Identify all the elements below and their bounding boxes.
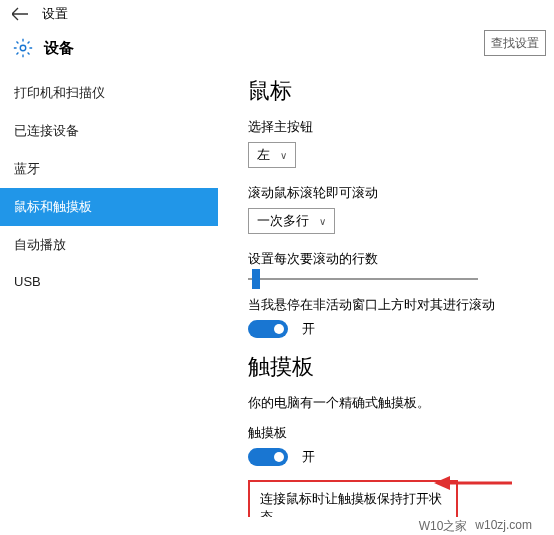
sidebar-item-mouse-touchpad[interactable]: 鼠标和触摸板 [0,188,218,226]
primary-button-select[interactable]: 左 ∨ [248,142,296,168]
svg-marker-2 [434,476,450,490]
window-title: 设置 [42,5,68,23]
lines-per-scroll-label: 设置每次要滚动的行数 [248,250,554,268]
touchpad-state: 开 [302,448,315,466]
keep-touchpad-on-mouse-label: 连接鼠标时让触摸板保持打开状态 [260,490,446,517]
watermark: W10之家 w10zj.com [419,518,532,535]
chevron-down-icon: ∨ [280,150,287,161]
search-input[interactable]: 查找设置 [484,30,546,56]
touchpad-description: 你的电脑有一个精确式触摸板。 [248,394,554,412]
sidebar-item-usb[interactable]: USB [0,264,218,299]
inactive-window-scroll-label: 当我悬停在非活动窗口上方时对其进行滚动 [248,296,554,314]
scroll-mode-select[interactable]: 一次多行 ∨ [248,208,335,234]
sidebar: 打印机和扫描仪 已连接设备 蓝牙 鼠标和触摸板 自动播放 USB [0,68,218,517]
touchpad-label: 触摸板 [248,424,554,442]
inactive-scroll-toggle[interactable] [248,320,288,338]
primary-button-label: 选择主按钮 [248,118,554,136]
sidebar-item-bluetooth[interactable]: 蓝牙 [0,150,218,188]
gear-icon [12,37,34,59]
svg-point-0 [20,45,26,51]
touchpad-toggle[interactable] [248,448,288,466]
page-title: 设备 [44,39,74,58]
back-button[interactable] [10,4,30,24]
search-placeholder: 查找设置 [491,35,539,52]
chevron-down-icon: ∨ [319,216,326,227]
highlighted-setting: 连接鼠标时让触摸板保持打开状态 开 [248,480,458,517]
sidebar-item-autoplay[interactable]: 自动播放 [0,226,218,264]
sidebar-item-connected-devices[interactable]: 已连接设备 [0,112,218,150]
mouse-section-title: 鼠标 [248,76,554,106]
scroll-mode-label: 滚动鼠标滚轮即可滚动 [248,184,554,202]
inactive-scroll-state: 开 [302,320,315,338]
content-pane: 鼠标 选择主按钮 左 ∨ 滚动鼠标滚轮即可滚动 一次多行 ∨ 设置每次要滚动的行… [218,68,554,517]
touchpad-section-title: 触摸板 [248,352,554,382]
lines-per-scroll-slider[interactable] [248,278,478,280]
slider-thumb[interactable] [252,269,260,289]
annotation-arrow-icon [434,472,512,494]
sidebar-item-printers[interactable]: 打印机和扫描仪 [0,74,218,112]
